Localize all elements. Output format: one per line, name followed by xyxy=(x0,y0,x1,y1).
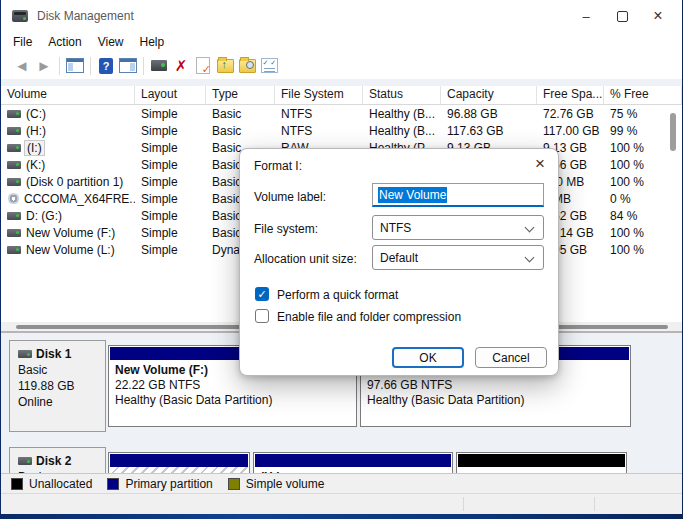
menu-file[interactable]: File xyxy=(13,35,40,49)
volume-list-header: Volume Layout Type File System Status Ca… xyxy=(1,86,682,105)
volume-list-cell: 100 % xyxy=(604,226,682,240)
back-button[interactable]: ◄ xyxy=(11,55,33,77)
ok-button[interactable]: OK xyxy=(392,347,464,368)
volume-name: D: (G:) xyxy=(26,209,62,223)
volume-cell: New Volume (L:) xyxy=(1,243,135,257)
volume-list-cell: Basic xyxy=(206,124,275,138)
dialog-title: Format I: xyxy=(254,159,302,173)
show-action-pane-button[interactable] xyxy=(117,55,139,77)
allocation-unit-label: Allocation unit size: xyxy=(254,252,357,266)
legend-item: Unallocated xyxy=(11,477,92,491)
disk-info-panel[interactable]: Disk 1Basic119.88 GBOnline xyxy=(9,340,106,432)
volume-list-cell: 100 % xyxy=(604,158,682,172)
compression-checkbox[interactable] xyxy=(255,309,269,323)
column-header-capacity[interactable]: Capacity xyxy=(441,86,537,104)
cancel-button[interactable]: Cancel xyxy=(475,347,547,368)
volume-list-cell: Healthy (B... xyxy=(363,107,441,121)
volume-list-cell: Simple xyxy=(135,158,206,172)
volume-label-label: Volume label: xyxy=(254,190,326,204)
file-system-label: File system: xyxy=(254,222,318,236)
window-title: Disk Management xyxy=(37,9,134,23)
dialog-close-icon[interactable]: × xyxy=(535,155,545,172)
vertical-scrollbar-thumb[interactable] xyxy=(670,113,676,151)
volume-name: (H:) xyxy=(26,124,46,138)
column-header-free-space[interactable]: Free Spa... xyxy=(537,86,604,104)
legend-label: Simple volume xyxy=(246,477,325,491)
menu-bar: File Action View Help xyxy=(1,32,682,52)
volume-name: New Volume (F:) xyxy=(26,226,115,240)
column-header-file-system[interactable]: File System xyxy=(275,86,363,104)
column-header-pct-free[interactable]: % Free xyxy=(604,86,682,104)
disk-icon xyxy=(18,350,32,358)
volume-name: (Disk 0 partition 1) xyxy=(26,175,123,189)
minimize-button[interactable]: – xyxy=(568,0,604,32)
disk-volume-icon xyxy=(7,110,21,118)
column-header-type[interactable]: Type xyxy=(206,86,275,104)
disk-volume-icon xyxy=(7,246,21,254)
volume-list-cell: 100 % xyxy=(604,175,682,189)
column-header-layout[interactable]: Layout xyxy=(135,86,206,104)
volume-list-cell: Simple xyxy=(135,141,206,155)
column-header-status[interactable]: Status xyxy=(363,86,441,104)
red-x-icon: ✗ xyxy=(175,58,188,73)
forward-button[interactable]: ► xyxy=(33,55,55,77)
refresh-button[interactable] xyxy=(148,55,170,77)
monitor-icon xyxy=(151,60,167,71)
volume-name: (I:) xyxy=(24,140,45,156)
menu-view[interactable]: View xyxy=(90,35,132,49)
volume-list-cell: NTFS xyxy=(275,124,363,138)
legend-label: Unallocated xyxy=(29,477,92,491)
volume-cell: D: (G:) xyxy=(1,209,135,223)
file-system-select[interactable]: NTFS xyxy=(372,215,544,240)
volume-list-cell: 84 % xyxy=(604,209,682,223)
volume-list-cell: Healthy (B... xyxy=(363,124,441,138)
explore-button[interactable] xyxy=(236,55,258,77)
disk-volume-icon xyxy=(7,144,21,152)
options-button[interactable] xyxy=(258,55,280,77)
disk-drive-app-icon xyxy=(12,10,28,22)
volume-name: (K:) xyxy=(26,158,45,172)
disk-icon xyxy=(18,457,32,465)
help-button[interactable]: ? xyxy=(95,55,117,77)
disk-volume-icon xyxy=(7,161,21,169)
options-list-icon xyxy=(261,58,278,73)
quick-format-label: Perform a quick format xyxy=(277,288,398,302)
column-header-volume[interactable]: Volume xyxy=(1,86,135,104)
close-button[interactable]: × xyxy=(640,0,676,32)
partition-detail: 97.66 GB NTFS xyxy=(367,378,624,393)
volume-list-cell: Simple xyxy=(135,243,206,257)
volume-cell: (Disk 0 partition 1) xyxy=(1,175,135,189)
action-pane-icon xyxy=(119,58,137,73)
partition-detail: Healthy (Basic Data Partition) xyxy=(115,393,350,408)
partition-detail: Healthy (Basic Data Partition) xyxy=(367,393,624,408)
delete-volume-button[interactable]: ✗ xyxy=(170,55,192,77)
legend-label: Primary partition xyxy=(125,477,212,491)
disk-detail: Basic xyxy=(18,363,105,377)
folder-search-icon xyxy=(239,59,256,73)
forward-icon: ► xyxy=(37,58,52,73)
checkmark-icon: ✓ xyxy=(257,288,266,301)
chevron-down-icon xyxy=(525,223,535,233)
volume-list-cell: Simple xyxy=(135,192,206,206)
volume-row[interactable]: (H:)SimpleBasicNTFSHealthy (B...117.63 G… xyxy=(1,122,682,139)
status-bar-separator xyxy=(463,497,464,511)
format-dialog: Format I: × Volume label: New Volume Fil… xyxy=(239,148,559,376)
change-drive-letter-button[interactable] xyxy=(214,55,236,77)
menu-help[interactable]: Help xyxy=(132,35,173,49)
volume-name: New Volume (L:) xyxy=(26,243,115,257)
chevron-down-icon xyxy=(525,253,535,263)
document-check-icon xyxy=(196,57,210,74)
maximize-button[interactable] xyxy=(604,0,640,32)
toolbar-separator xyxy=(143,57,144,75)
allocation-unit-select[interactable]: Default xyxy=(372,245,544,270)
volume-cell: (H:) xyxy=(1,124,135,138)
disk-name: Disk 1 xyxy=(36,347,71,361)
properties-button[interactable] xyxy=(192,55,214,77)
quick-format-checkbox[interactable]: ✓ xyxy=(255,287,269,301)
menu-action[interactable]: Action xyxy=(40,35,89,49)
disk-management-window: Disk Management – × File Action View Hel… xyxy=(1,0,682,514)
volume-list-cell: 100 % xyxy=(604,243,682,257)
show-console-tree-button[interactable] xyxy=(64,55,86,77)
volume-row[interactable]: (C:)SimpleBasicNTFSHealthy (B...96.88 GB… xyxy=(1,105,682,122)
volume-label-input[interactable]: New Volume xyxy=(372,183,544,207)
